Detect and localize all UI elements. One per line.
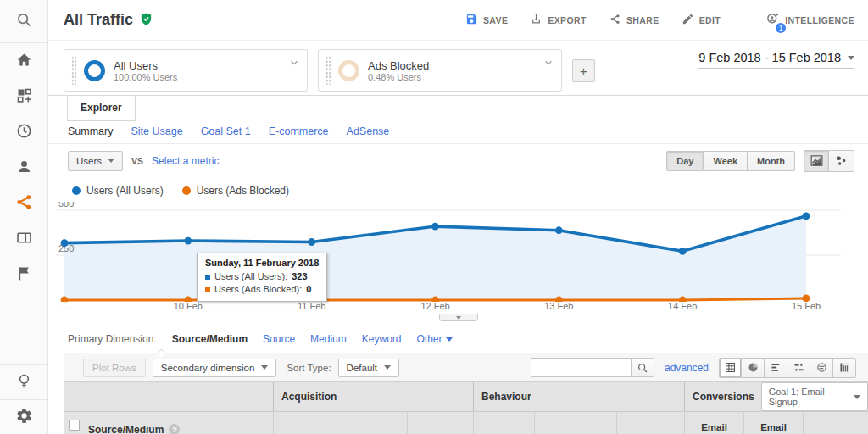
column-behaviour-2[interactable]	[534, 412, 616, 434]
sidebar-item-acquisition[interactable]	[0, 186, 48, 221]
sidebar-item-behaviour[interactable]	[0, 221, 48, 257]
column-conversions-3[interactable]	[803, 412, 868, 434]
column-acquisition-2[interactable]	[337, 412, 407, 434]
drag-handle[interactable]	[326, 56, 331, 85]
sidebar-item-search[interactable]	[0, 0, 48, 42]
sidebar-item-audience[interactable]	[0, 150, 48, 186]
help-icon[interactable]: ?	[169, 424, 180, 434]
series-swatch-blue	[205, 275, 210, 280]
goal-selector-dropdown[interactable]: Goal 1: Email Signup	[761, 382, 868, 411]
chevron-down-icon[interactable]	[542, 57, 554, 71]
tab-explorer[interactable]: Explorer	[67, 96, 136, 121]
add-segment-button[interactable]: +	[572, 59, 595, 82]
series-swatch-orange	[205, 287, 210, 292]
chart-collapse-tab[interactable]	[439, 314, 478, 321]
subtab-site-usage[interactable]: Site Usage	[131, 125, 182, 137]
percentage-icon	[747, 361, 760, 374]
sidebar-item-discover[interactable]	[0, 365, 48, 399]
drag-handle[interactable]	[71, 56, 77, 85]
legend-item[interactable]: Users (Ads Blocked)	[182, 185, 289, 197]
data-table-icon	[724, 361, 737, 374]
column-behaviour-1[interactable]	[473, 412, 534, 434]
edit-button[interactable]: EDIT	[682, 13, 721, 28]
pivot-view-button[interactable]	[833, 358, 856, 378]
intelligence-button[interactable]: 1 INTELLIGENCE	[765, 12, 854, 29]
advanced-search-link[interactable]: advanced	[665, 362, 709, 374]
intelligence-badge: 1	[776, 23, 786, 33]
share-button[interactable]: SHARE	[609, 13, 659, 28]
legend-dot-icon	[182, 186, 191, 195]
dimension-source-medium[interactable]: Source/Medium	[172, 333, 248, 345]
x-axis-tick-label: 12 Feb	[420, 301, 449, 311]
search-icon	[637, 362, 648, 374]
data-table-view-button[interactable]	[719, 358, 742, 378]
primary-dimension-bar: Primary Dimension: Source/Medium Source …	[48, 321, 868, 353]
sidebar-item-conversions[interactable]	[0, 257, 48, 292]
timeseries-chart[interactable]: 250500 ...10 Feb11 Feb12 Feb13 Feb14 Feb…	[57, 202, 841, 314]
edit-label: EDIT	[699, 15, 721, 25]
chart-section: Users (All Users)Users (Ads Blocked) 250…	[48, 177, 868, 314]
granularity-month-button[interactable]: Month	[748, 151, 795, 171]
segment-chip-ads-blocked[interactable]: Ads Blocked 0.48% Users	[318, 49, 562, 92]
chart-tooltip: Sunday, 11 February 2018 Users (All User…	[197, 253, 327, 302]
segment-title: Ads Blocked	[368, 59, 429, 72]
legend-label: Users (All Users)	[86, 185, 164, 197]
term-cloud-view-button[interactable]	[810, 358, 833, 378]
subtab-summary[interactable]: Summary	[68, 125, 113, 137]
performance-icon	[770, 361, 782, 374]
sidebar-item-home[interactable]	[0, 43, 48, 79]
svg-text:500: 500	[58, 202, 74, 209]
granularity-day-button[interactable]: Day	[666, 151, 704, 171]
export-button[interactable]: EXPORT	[530, 13, 587, 28]
secondary-dimension-dropdown[interactable]: Secondary dimension	[153, 359, 277, 377]
subtab-adsense[interactable]: AdSense	[347, 125, 390, 137]
percentage-view-button[interactable]	[742, 358, 765, 378]
column-conversions-email-signup[interactable]: Email Signup	[743, 412, 803, 434]
header-actions: SAVE EXPORT SHARE EDIT 1 INTELLIGENCE	[465, 11, 854, 30]
table-view-group	[719, 358, 856, 378]
date-range-selector[interactable]: 9 Feb 2018 - 15 Feb 2018	[698, 51, 854, 69]
select-all-checkbox[interactable]	[69, 420, 80, 431]
toolbar-right: advanced	[531, 358, 856, 378]
sidebar-item-customization[interactable]	[0, 79, 48, 114]
performance-view-button[interactable]	[765, 358, 787, 378]
audience-person-icon	[15, 158, 33, 178]
group-behaviour-label: Behaviour	[481, 391, 531, 403]
column-acquisition-1[interactable]	[273, 412, 337, 434]
subtab-goal-set-1[interactable]: Goal Set 1	[201, 125, 251, 137]
column-conversions-email[interactable]: Email	[684, 412, 743, 434]
table-search	[531, 358, 654, 377]
dimension-keyword[interactable]: Keyword	[362, 333, 402, 345]
select-metric-link[interactable]: Select a metric	[152, 155, 219, 167]
chevron-down-icon[interactable]	[288, 57, 300, 71]
sidebar-item-realtime[interactable]	[0, 114, 48, 150]
dimension-source[interactable]: Source	[263, 333, 295, 345]
secondary-dimension-label: Secondary dimension	[161, 363, 255, 373]
column-behaviour-3[interactable]	[616, 412, 684, 434]
table-dimension-spacer	[64, 382, 273, 411]
chart-canvas[interactable]: 250500	[57, 202, 841, 302]
granularity-week-button[interactable]: Week	[704, 151, 748, 171]
column-source-medium[interactable]: Source/Medium ?	[85, 412, 273, 434]
tab-strip: Explorer	[48, 95, 868, 120]
legend-item[interactable]: Users (All Users)	[72, 185, 164, 197]
chart-legend: Users (All Users)Users (Ads Blocked)	[48, 177, 868, 202]
column-acquisition-3[interactable]	[407, 412, 473, 434]
sidebar-item-admin[interactable]	[0, 400, 48, 434]
segment-chip-all-users[interactable]: All Users 100.00% Users	[64, 49, 308, 92]
save-button[interactable]: SAVE	[465, 13, 508, 28]
search-button[interactable]	[631, 358, 654, 377]
line-chart-view-button[interactable]	[804, 150, 829, 172]
dimension-medium[interactable]: Medium	[310, 333, 347, 345]
realtime-clock-icon	[15, 122, 33, 142]
subtab-ecommerce[interactable]: E-commerce	[269, 125, 329, 137]
search-input[interactable]	[531, 358, 631, 377]
comparison-view-button[interactable]	[787, 358, 810, 378]
metric-dropdown[interactable]: Users	[68, 151, 123, 171]
sort-type-dropdown[interactable]: Default	[338, 359, 399, 377]
dimension-other[interactable]: Other	[416, 333, 453, 345]
plot-rows-button[interactable]: Plot Rows	[83, 359, 146, 377]
term-cloud-icon	[815, 361, 828, 374]
motion-chart-view-button[interactable]	[829, 150, 854, 172]
tooltip-value: 0	[306, 283, 311, 296]
